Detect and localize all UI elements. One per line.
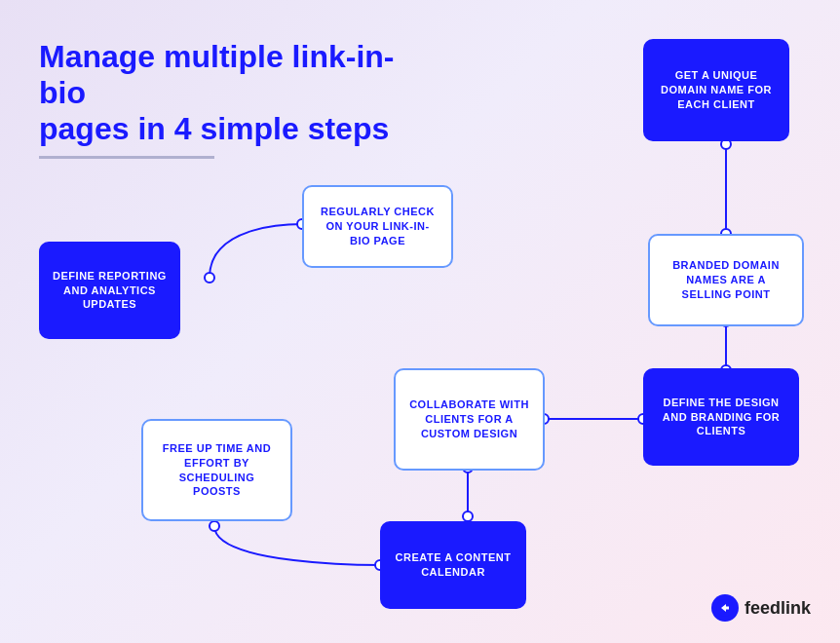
box-define-design: DEFINE THE DESIGN AND BRANDING FOR CLIEN… (643, 368, 799, 466)
svg-point-13 (463, 511, 473, 521)
feedlink-text: feedlink (745, 598, 811, 619)
feedlink-icon (711, 594, 739, 622)
box-collaborate: COLLABORATE WITH CLIENTS FOR A CUSTOM DE… (394, 368, 545, 471)
title-line1: Manage multiple link-in-bio (39, 39, 394, 110)
page-title: Manage multiple link-in-bio pages in 4 s… (39, 39, 429, 159)
box-free-up-time: FREE UP TIME AND EFFORT BY SCHEDULING PO… (141, 419, 292, 521)
box-branded-domain: BRANDED DOMAIN NAMES ARE A SELLING POINT (648, 234, 804, 326)
svg-point-14 (210, 521, 219, 531)
title-underline (39, 156, 214, 159)
title-line2: pages in 4 simple steps (39, 111, 389, 146)
feedlink-logo: feedlink (711, 594, 811, 622)
box-get-unique-domain: GET A UNIQUE DOMAIN NAME FOR EACH CLIENT (643, 39, 789, 141)
box-create-content: CREATE A CONTENT CALENDAR (380, 521, 526, 609)
box-define-reporting: DEFINE REPORTING AND ANALYTICS UPDATES (39, 242, 180, 339)
main-canvas: Manage multiple link-in-bio pages in 4 s… (0, 0, 840, 643)
box-regularly-check: REGULARLY CHECK ON YOUR LINK-IN-BIO PAGE (302, 185, 453, 268)
svg-point-6 (205, 273, 214, 283)
